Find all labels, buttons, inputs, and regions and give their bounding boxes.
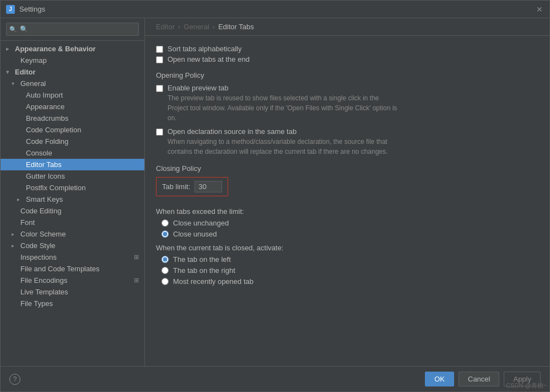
sidebar-item-label: Breadcrumbs [26,114,68,122]
settings-content: Sort tabs alphabetically Open new tabs a… [145,36,549,366]
breadcrumb-bar: Editor › General › Editor Tabs [145,18,549,36]
sidebar-item-code-style[interactable]: Code Style [1,240,144,251]
sort-tabs-row: Sort tabs alphabetically [156,45,538,53]
sidebar-item-appearance[interactable]: Appearance [1,101,144,112]
close-unused-radio[interactable] [161,230,169,238]
sidebar-item-gutter-icons[interactable]: Gutter Icons [1,170,144,182]
close-unused-label: Close unused [173,230,217,238]
main-content: 🔍 Appearance & Behavior Keymap Editor [1,18,549,366]
window-title: Settings [19,5,45,13]
sidebar-item-keymap[interactable]: Keymap [1,55,144,66]
sidebar-item-color-scheme[interactable]: Color Scheme [1,228,144,240]
enable-preview-checkbox[interactable] [156,85,163,92]
sidebar-item-label: Auto Import [26,91,63,99]
sidebar-item-breadcrumbs[interactable]: Breadcrumbs [1,112,144,124]
sidebar-item-label: Code Style [20,241,56,250]
sidebar-item-console[interactable]: Console [1,147,144,159]
sort-tabs-checkbox[interactable] [156,46,163,53]
external-icon: ⊞ [134,277,139,284]
breadcrumb-editor: Editor [156,23,175,31]
footer: ? OK Cancel Apply [1,366,549,391]
app-icon: J [6,5,15,14]
external-icon: ⊞ [134,254,139,261]
tab-on-right-radio[interactable] [161,267,169,274]
sidebar-tree: Appearance & Behavior Keymap Editor Gene… [1,41,144,366]
apply-button[interactable]: Apply [504,372,541,386]
sidebar-item-label: Code Folding [26,137,68,146]
caret-icon [17,196,24,202]
sidebar-item-file-encodings[interactable]: File Encodings ⊞ [1,275,144,286]
sidebar-item-code-folding[interactable]: Code Folding [1,136,144,147]
sidebar-item-label: General [20,79,46,88]
when-current-closed-title: When the current tab is closed, activate… [156,244,538,252]
sidebar-item-appearance-behavior[interactable]: Appearance & Behavior [1,43,144,55]
enable-preview-row: Enable preview tab The preview tab is re… [156,84,538,123]
cancel-button[interactable]: Cancel [459,372,499,386]
caret-icon [12,80,18,87]
close-unused-row: Close unused [161,230,538,238]
sidebar-item-smart-keys[interactable]: Smart Keys [1,194,144,205]
tab-on-left-radio[interactable] [161,256,169,263]
close-unchanged-label: Close unchanged [173,219,229,227]
sidebar-item-label: File Encodings [20,276,67,284]
help-button[interactable]: ? [9,374,20,385]
sidebar-item-file-code-templates[interactable]: File and Code Templates [1,263,144,275]
sidebar-item-auto-import[interactable]: Auto Import [1,89,144,101]
sidebar-item-label: Editor [15,68,36,76]
sidebar-item-label: File Types [20,299,53,308]
close-unchanged-row: Close unchanged [161,219,538,227]
tab-on-left-label: The tab on the left [173,255,231,264]
tab-on-right-row: The tab on the right [161,266,538,275]
sidebar-item-label: Live Templates [20,288,68,296]
sidebar-item-live-templates[interactable]: Live Templates [1,286,144,298]
sidebar-item-label: Postfix Completion [26,184,85,192]
open-declaration-checkbox[interactable] [156,128,163,136]
most-recently-radio[interactable] [161,278,169,285]
sidebar-item-editor-tabs[interactable]: Editor Tabs [1,159,144,170]
search-icon: 🔍 [9,26,17,33]
sidebar-item-file-types[interactable]: File Types [1,298,144,309]
breadcrumb-sep2: › [213,23,215,31]
title-controls: ✕ [535,5,544,14]
open-new-tabs-checkbox[interactable] [156,56,163,63]
close-button[interactable]: ✕ [535,5,544,14]
sort-tabs-label: Sort tabs alphabetically [168,45,241,53]
breadcrumb-sep1: › [178,23,180,31]
most-recently-label: Most recently opened tab [173,277,254,286]
enable-preview-label: Enable preview tab [168,84,399,92]
breadcrumb-current: Editor Tabs [218,23,254,31]
tab-limit-row: Tab limit: [156,177,228,196]
sidebar-item-label: Font [20,218,35,227]
sidebar-item-code-editing[interactable]: Code Editing [1,205,144,217]
sidebar: 🔍 Appearance & Behavior Keymap Editor [1,18,145,366]
closing-policy-title: Closing Policy [156,164,538,173]
open-new-tabs-row: Open new tabs at the end [156,55,538,63]
caret-icon [12,243,18,249]
search-wrap: 🔍 [6,23,139,36]
breadcrumb-general: General [184,23,209,31]
sidebar-item-editor[interactable]: Editor [1,66,144,78]
sidebar-item-label: File and Code Templates [20,265,100,273]
sidebar-item-font[interactable]: Font [1,217,144,228]
opening-policy-title: Opening Policy [156,71,538,79]
sidebar-item-label: Console [26,149,52,157]
sidebar-item-label: Keymap [20,56,47,65]
ok-button[interactable]: OK [425,372,454,386]
sidebar-item-general[interactable]: General [1,78,144,89]
sidebar-item-label: Color Scheme [20,230,66,238]
sidebar-item-label: Appearance & Behavior [15,45,96,53]
caret-icon [6,69,13,75]
sidebar-item-inspections[interactable]: Inspections ⊞ [1,251,144,263]
search-box: 🔍 [1,18,144,41]
close-unchanged-radio[interactable] [161,219,169,227]
sidebar-item-code-completion[interactable]: Code Completion [1,124,144,136]
content-panel: Editor › General › Editor Tabs Sort tabs… [145,18,549,366]
footer-left: ? [9,374,20,385]
settings-window: J Settings ✕ 🔍 Appearance & Behavior [0,0,550,392]
tab-limit-input[interactable] [195,181,222,192]
title-bar: J Settings ✕ [1,1,549,18]
sidebar-item-label: Smart Keys [26,195,63,203]
search-input[interactable] [6,23,139,36]
sidebar-item-postfix-completion[interactable]: Postfix Completion [1,182,144,194]
sidebar-item-label: Appearance [26,103,64,111]
